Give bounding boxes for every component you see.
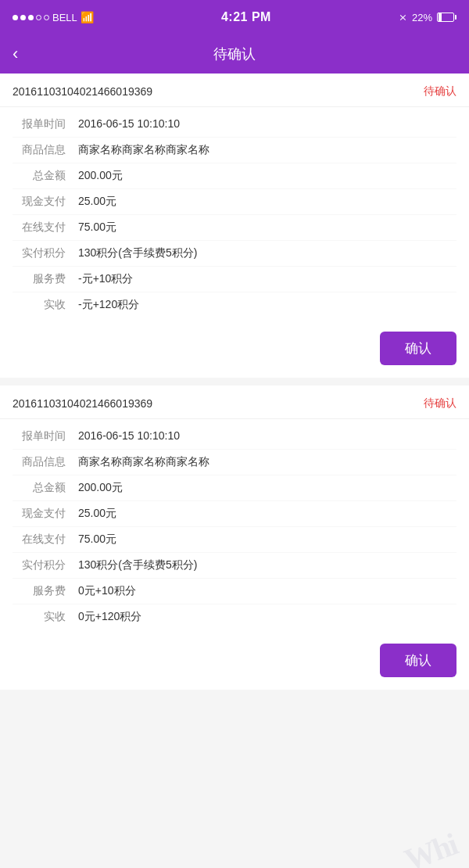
detail-label-2-7: 服务费 [13, 584, 66, 598]
dot-4 [36, 15, 41, 20]
order-number-2: 20161103104021466019369 [13, 397, 152, 410]
order-header-1: 20161103104021466019369待确认 [0, 74, 469, 107]
detail-row-1-5: 在线支付75.00元 [13, 215, 456, 241]
detail-value-1-8: -元+120积分 [78, 298, 456, 312]
detail-value-1-6: 130积分(含手续费5积分) [78, 246, 456, 260]
detail-label-2-5: 在线支付 [13, 533, 66, 547]
detail-row-2-1: 报单时间2016-06-15 10:10:10 [13, 424, 456, 450]
detail-value-1-1: 2016-06-15 10:10:10 [78, 117, 456, 130]
order-number-1: 20161103104021466019369 [13, 85, 152, 98]
detail-value-2-3: 200.00元 [78, 481, 456, 495]
order-header-2: 20161103104021466019369待确认 [0, 386, 469, 419]
detail-row-1-4: 现金支付25.00元 [13, 189, 456, 215]
status-time: 4:21 PM [221, 10, 271, 24]
detail-row-1-8: 实收-元+120积分 [13, 292, 456, 317]
confirm-button-1[interactable]: 确认 [380, 332, 456, 365]
battery-percent: 22% [412, 12, 432, 23]
detail-row-1-2: 商品信息商家名称商家名称商家名称 [13, 138, 456, 163]
order-footer-1: 确认 [0, 322, 469, 378]
detail-value-2-5: 75.00元 [78, 533, 456, 547]
detail-row-2-3: 总金额200.00元 [13, 475, 456, 501]
detail-label-2-4: 现金支付 [13, 507, 66, 521]
detail-row-2-4: 现金支付25.00元 [13, 501, 456, 527]
bluetooth-icon: ⨯︎ [399, 12, 407, 23]
detail-label-1-7: 服务费 [13, 272, 66, 286]
detail-value-2-1: 2016-06-15 10:10:10 [78, 429, 456, 442]
nav-bar: ‹ 待确认 [0, 34, 469, 74]
watermark-text: Whi [399, 826, 461, 868]
nav-title: 待确认 [213, 45, 256, 63]
detail-label-1-1: 报单时间 [13, 117, 66, 131]
detail-label-2-6: 实付积分 [13, 558, 66, 572]
order-card-2: 20161103104021466019369待确认报单时间2016-06-15… [0, 386, 469, 690]
order-status-1: 待确认 [424, 84, 456, 99]
confirm-button-2[interactable]: 确认 [380, 644, 456, 677]
detail-label-1-8: 实收 [13, 298, 66, 312]
detail-row-2-8: 实收0元+120积分 [13, 604, 456, 629]
status-right: ⨯︎ 22% [399, 12, 456, 23]
watermark-area: Whi [352, 813, 469, 868]
detail-row-1-7: 服务费-元+10积分 [13, 267, 456, 292]
order-card-1: 20161103104021466019369待确认报单时间2016-06-15… [0, 74, 469, 378]
detail-value-1-2: 商家名称商家名称商家名称 [78, 143, 456, 157]
detail-value-2-7: 0元+10积分 [78, 584, 456, 598]
detail-value-2-6: 130积分(含手续费5积分) [78, 558, 456, 572]
detail-value-2-8: 0元+120积分 [78, 610, 456, 624]
carrier-label: BELL [52, 12, 77, 23]
detail-label-2-3: 总金额 [13, 481, 66, 495]
content-area: 20161103104021466019369待确认报单时间2016-06-15… [0, 74, 469, 690]
status-bar: BELL 📶 4:21 PM ⨯︎ 22% [0, 0, 469, 34]
detail-label-2-2: 商品信息 [13, 455, 66, 469]
detail-value-2-2: 商家名称商家名称商家名称 [78, 455, 456, 469]
detail-row-2-2: 商品信息商家名称商家名称商家名称 [13, 450, 456, 475]
dot-5 [44, 15, 49, 20]
detail-row-2-6: 实付积分130积分(含手续费5积分) [13, 553, 456, 579]
detail-row-1-6: 实付积分130积分(含手续费5积分) [13, 241, 456, 267]
dot-1 [13, 15, 18, 20]
detail-value-1-3: 200.00元 [78, 169, 456, 183]
detail-value-1-7: -元+10积分 [78, 272, 456, 286]
wifi-icon: 📶 [81, 11, 94, 23]
order-details-2: 报单时间2016-06-15 10:10:10商品信息商家名称商家名称商家名称总… [0, 419, 469, 634]
detail-row-2-5: 在线支付75.00元 [13, 527, 456, 553]
detail-value-1-5: 75.00元 [78, 221, 456, 235]
status-left: BELL 📶 [13, 11, 94, 23]
detail-label-1-3: 总金额 [13, 169, 66, 183]
detail-row-2-7: 服务费0元+10积分 [13, 579, 456, 604]
detail-label-1-5: 在线支付 [13, 221, 66, 235]
signal-dots [13, 15, 49, 20]
detail-label-1-4: 现金支付 [13, 195, 66, 209]
detail-row-1-1: 报单时间2016-06-15 10:10:10 [13, 112, 456, 138]
detail-label-2-1: 报单时间 [13, 429, 66, 443]
battery-icon [437, 13, 456, 22]
back-button[interactable]: ‹ [13, 45, 18, 63]
detail-label-2-8: 实收 [13, 610, 66, 624]
order-footer-2: 确认 [0, 634, 469, 690]
order-status-2: 待确认 [424, 396, 456, 411]
order-details-1: 报单时间2016-06-15 10:10:10商品信息商家名称商家名称商家名称总… [0, 107, 469, 322]
detail-label-1-2: 商品信息 [13, 143, 66, 157]
dot-3 [28, 15, 34, 20]
detail-row-1-3: 总金额200.00元 [13, 163, 456, 189]
dot-2 [20, 15, 26, 20]
detail-value-1-4: 25.00元 [78, 195, 456, 209]
detail-value-2-4: 25.00元 [78, 507, 456, 521]
detail-label-1-6: 实付积分 [13, 246, 66, 260]
